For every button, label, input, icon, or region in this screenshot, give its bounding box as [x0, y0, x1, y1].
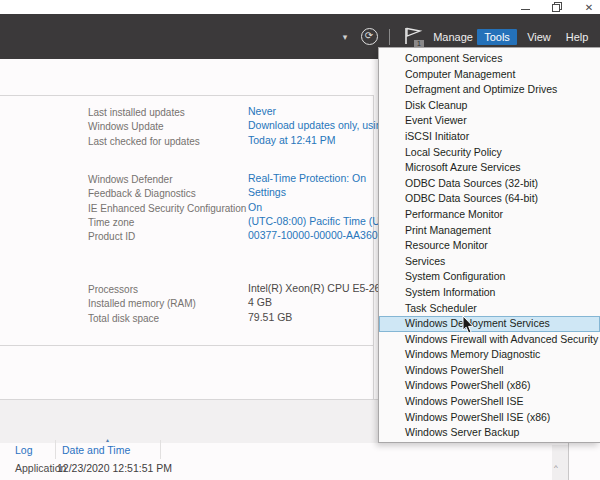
properties-group-security: Windows Defender Real-Time Protection: O… [88, 171, 388, 242]
tools-menu-item[interactable]: Task Scheduler [379, 301, 600, 317]
property-row: Installed memory (RAM) 4 GB [88, 295, 388, 309]
scroll-up-icon: ^ [554, 463, 558, 472]
column-header-log[interactable]: Log [15, 444, 33, 456]
event-row[interactable]: Application 12/23/2020 12:51:51 PM [0, 461, 560, 476]
minimize-icon [521, 9, 530, 10]
tools-menu-item[interactable]: Windows PowerShell ISE (x86) [379, 410, 600, 426]
tools-menu-item[interactable]: Windows PowerShell [379, 363, 600, 379]
scrollbar[interactable]: ^ [552, 445, 568, 480]
property-value[interactable]: Settings [248, 185, 286, 199]
tools-menu-item[interactable]: Windows PowerShell ISE [379, 394, 600, 410]
property-value: 79.51 GB [248, 310, 292, 324]
tools-menu-item-label: Computer Management [405, 68, 515, 80]
chevron-down-icon[interactable]: ▾ [338, 14, 352, 59]
tools-menu-item-label: Windows Deployment Services [405, 317, 550, 329]
restore-icon [552, 2, 562, 12]
property-row: Product ID 00377-10000-00000-AA360 (acti… [88, 228, 388, 242]
tools-menu-item-label: Windows Firewall with Advanced Security [405, 333, 598, 345]
property-value[interactable]: On [248, 200, 262, 214]
window-titlebar: ✕ [0, 0, 600, 14]
tools-menu-item[interactable]: Windows Memory Diagnostic [379, 347, 600, 363]
tools-menu-item[interactable]: Event Viewer [379, 113, 600, 129]
tools-menu-item[interactable]: Defragment and Optimize Drives [379, 82, 600, 98]
tools-menu-item-label: Windows PowerShell [405, 364, 504, 376]
property-row: Windows Update Download updates only, us… [88, 118, 388, 132]
property-row: Windows Defender Real-Time Protection: O… [88, 171, 388, 185]
events-table-header: Log Date and Time [0, 443, 600, 459]
property-row: Feedback & Diagnostics Settings [88, 185, 388, 199]
pane-edge [568, 443, 569, 480]
tools-menu-item-label: Task Scheduler [405, 302, 477, 314]
tools-menu-item[interactable]: Local Security Policy [379, 145, 600, 161]
tools-menu-item-label: ODBC Data Sources (32-bit) [405, 177, 538, 189]
tools-menu-item[interactable]: Microsoft Azure Services [379, 160, 600, 176]
restore-button[interactable] [550, 1, 564, 13]
tools-menu-item-label: Local Security Policy [405, 146, 502, 158]
property-row: Last installed updates Never [88, 104, 388, 118]
tools-menu-item-label: Disk Cleanup [405, 99, 467, 111]
event-datetime-cell: 12/23/2020 12:51:51 PM [57, 461, 172, 476]
tools-menu-item-label: Windows Memory Diagnostic [405, 348, 540, 360]
tools-menu-item[interactable]: Performance Monitor [379, 207, 600, 223]
tools-menu-item-label: Services [405, 255, 445, 267]
property-row: Last checked for updates Today at 12:41 … [88, 133, 388, 147]
tools-menu-item-label: Windows Server Backup [405, 426, 519, 438]
property-row: IE Enhanced Security Configuration On [88, 200, 388, 214]
tools-menu-item-label: iSCSI Initiator [405, 130, 469, 142]
tools-menu-item[interactable]: System Configuration [379, 269, 600, 285]
server-manager-window: ✕ ▾ ⟳ 1 Manage Tools View Help Last inst… [0, 0, 600, 480]
sort-ascending-icon: ▴ [106, 436, 109, 443]
tools-menu-item[interactable]: Windows Firewall with Advanced Security [379, 332, 600, 348]
tools-menu-item[interactable]: Component Services [379, 51, 600, 67]
column-divider [160, 440, 161, 459]
property-row: Processors Intel(R) Xeon(R) CPU E5-2690 … [88, 281, 388, 295]
tools-menu-item-label: Defragment and Optimize Drives [405, 83, 557, 95]
column-divider [55, 440, 56, 459]
tools-menu-item[interactable]: ODBC Data Sources (32-bit) [379, 176, 600, 192]
tools-menu-item[interactable]: Windows Server Backup [379, 425, 600, 441]
tools-menu-item-label: ODBC Data Sources (64-bit) [405, 192, 538, 204]
tools-menu-item[interactable]: System Information [379, 285, 600, 301]
panel-divider-mid [0, 345, 374, 346]
property-row: Time zone (UTC-08:00) Pacific Time (US &… [88, 214, 388, 228]
property-row: Total disk space 79.51 GB [88, 310, 388, 324]
tools-dropdown-menu: Component Services Computer Management D… [378, 47, 600, 443]
minimize-button[interactable] [518, 1, 532, 13]
tools-menu-item[interactable]: Services [379, 254, 600, 270]
tools-menu-item-label: Component Services [405, 52, 502, 64]
tools-menu-item-label: Microsoft Azure Services [405, 161, 521, 173]
tools-menu-item[interactable]: iSCSI Initiator [379, 129, 600, 145]
tools-menu-item-label: Event Viewer [405, 114, 467, 126]
properties-group-hardware: Processors Intel(R) Xeon(R) CPU E5-2690 … [88, 281, 388, 324]
tools-menu-item[interactable]: Resource Monitor [379, 238, 600, 254]
mouse-cursor [462, 316, 476, 335]
property-label: Last checked for updates [88, 135, 200, 149]
tools-menu-item-label: System Information [405, 286, 495, 298]
tools-menu-item-label: Performance Monitor [405, 208, 503, 220]
close-icon: ✕ [585, 2, 593, 13]
property-label: Total disk space [88, 312, 159, 326]
tools-menu-item-label: System Configuration [405, 270, 505, 282]
property-value[interactable]: Today at 12:41 PM [248, 133, 336, 147]
tools-menu-item[interactable]: Print Management [379, 223, 600, 239]
tools-menu-item-label: Print Management [405, 224, 491, 236]
property-value[interactable]: Never [248, 104, 276, 118]
properties-group-updates: Last installed updates Never Windows Upd… [88, 104, 388, 147]
close-button[interactable]: ✕ [582, 1, 596, 13]
tools-menu-item[interactable]: Windows PowerShell (x86) [379, 378, 600, 394]
property-value[interactable]: Real-Time Protection: On [248, 171, 366, 185]
refresh-icon: ⟳ [361, 28, 378, 45]
column-header-date-time[interactable]: Date and Time [62, 444, 130, 456]
refresh-button[interactable]: ⟳ [358, 14, 380, 59]
tools-menu-item[interactable]: Computer Management [379, 67, 600, 83]
tools-menu-item-label: Windows PowerShell (x86) [405, 379, 530, 391]
tools-menu-item[interactable]: Disk Cleanup [379, 98, 600, 114]
property-value: 4 GB [248, 295, 272, 309]
property-label: Product ID [88, 230, 135, 244]
tools-menu-item-label: Windows PowerShell ISE [405, 395, 523, 407]
tools-menu-item-label: Windows PowerShell ISE (x86) [405, 411, 550, 423]
tools-menu-item[interactable]: ODBC Data Sources (64-bit) [379, 191, 600, 207]
tools-menu-item[interactable]: Windows Deployment Services [379, 316, 600, 332]
events-table-rows: Application 12/23/2020 12:51:51 PM [0, 461, 560, 476]
tools-menu-item-label: Resource Monitor [405, 239, 488, 251]
